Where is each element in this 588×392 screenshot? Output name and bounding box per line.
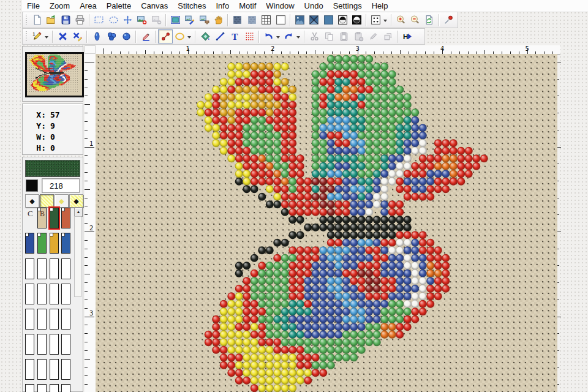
mode-symbol-dither-button[interactable]: ◆ — [69, 194, 83, 208]
draw-underline-button[interactable] — [138, 29, 153, 43]
select-lasso-button[interactable] — [107, 13, 121, 27]
save-pattern-button[interactable] — [59, 13, 73, 27]
palette-scrollbar-track[interactable] — [74, 216, 81, 297]
text-tool-button[interactable]: T — [227, 29, 242, 43]
pattern-canvas[interactable] — [96, 54, 557, 392]
menu-item-file[interactable]: File — [22, 1, 45, 11]
grid-view-button[interactable] — [259, 13, 273, 27]
palette-swatch-empty[interactable] — [61, 334, 70, 355]
refresh-view-button[interactable] — [422, 13, 436, 27]
palette-swatch-empty[interactable] — [37, 334, 47, 355]
full-stitch-tool-button[interactable] — [104, 29, 119, 43]
palette-swatch-empty[interactable] — [37, 309, 47, 330]
move-selection-button[interactable] — [121, 13, 135, 27]
palette-swatch-empty[interactable] — [25, 258, 34, 279]
palette-swatch-empty[interactable] — [50, 334, 59, 355]
palette-swatch-empty[interactable] — [25, 334, 34, 355]
delete-stitch-button[interactable] — [55, 29, 70, 43]
bead-tool-button[interactable] — [119, 29, 134, 43]
palette-swatch-empty[interactable] — [50, 384, 59, 392]
menu-item-area[interactable]: Area — [75, 1, 101, 11]
palette-swatch-empty[interactable] — [50, 258, 59, 279]
pin-needle-button[interactable] — [442, 13, 456, 27]
stitch-display-mode-button[interactable] — [369, 13, 388, 27]
menu-item-settings[interactable]: Settings — [328, 1, 367, 11]
new-pattern-button[interactable] — [30, 13, 44, 27]
palette-swatch-blue2[interactable] — [61, 233, 70, 254]
fabric-texture-light-button[interactable] — [245, 13, 259, 27]
palette-swatch-empty[interactable] — [37, 384, 47, 392]
mode-solid-symbol-button[interactable]: ◆ — [25, 194, 39, 208]
palette-swatch-empty[interactable] — [25, 384, 34, 392]
backstitch-tool-button[interactable] — [213, 29, 227, 43]
bead-dark-view-button[interactable] — [336, 13, 350, 27]
toolbar-grip[interactable] — [25, 15, 28, 26]
menu-item-undo[interactable]: Undo — [300, 1, 328, 11]
image-adjust-button[interactable] — [183, 13, 197, 27]
help-jump-button[interactable]: H — [400, 29, 415, 43]
delete-draw-button[interactable] — [70, 29, 85, 43]
palette-swatch-empty[interactable] — [61, 309, 70, 330]
current-symbol-button[interactable] — [26, 179, 38, 192]
toolbar-grip[interactable] — [25, 31, 28, 42]
grid-dots-button[interactable] — [242, 29, 257, 43]
line-tool-button[interactable] — [158, 29, 173, 43]
zoom-in-button[interactable] — [394, 13, 408, 27]
menu-item-canvas[interactable]: Canvas — [136, 1, 173, 11]
image-stamp-button[interactable] — [197, 13, 211, 27]
palette-swatch-empty[interactable] — [37, 359, 47, 380]
pencil-size-button[interactable]: 1 — [30, 29, 50, 43]
photo-view-button[interactable] — [293, 13, 307, 27]
palette-swatch-empty[interactable] — [25, 359, 34, 380]
bead-light-view-button[interactable] — [350, 13, 364, 27]
palette-swatch-green[interactable] — [37, 233, 47, 254]
menu-item-motif[interactable]: Motif — [234, 1, 261, 11]
dropdown-arrow-icon[interactable] — [276, 36, 280, 39]
add-image-button[interactable] — [135, 13, 149, 27]
dropdown-arrow-icon[interactable] — [187, 36, 191, 39]
dropdown-arrow-icon[interactable] — [45, 36, 48, 39]
solid-view-button[interactable] — [321, 13, 335, 27]
menu-item-stitches[interactable]: Stitches — [173, 1, 211, 11]
menu-item-palette[interactable]: Palette — [102, 1, 136, 11]
half-bead-tool-button[interactable] — [89, 29, 104, 43]
undo-button[interactable] — [262, 29, 282, 43]
cloth-swatch[interactable]: C — [28, 209, 33, 219]
palette-swatch-darkgreen[interactable] — [50, 208, 59, 228]
menu-item-info[interactable]: Info — [211, 1, 234, 11]
palette-scroll-up-button[interactable]: ▲ — [74, 208, 83, 217]
palette-swatch-empty[interactable] — [37, 284, 47, 304]
blank-view-button[interactable] — [273, 13, 287, 27]
palette-swatch-empty[interactable] — [37, 258, 47, 279]
palette-swatch-beige[interactable]: B — [37, 208, 47, 228]
select-rectangle-button[interactable] — [92, 13, 106, 27]
pattern-preview-panel[interactable] — [22, 46, 83, 102]
palette-swatch-blue[interactable] — [25, 233, 34, 254]
fabric-texture-dark-button[interactable] — [230, 13, 244, 27]
menu-item-help[interactable]: Help — [367, 1, 393, 11]
palette-swatch-empty[interactable] — [61, 258, 70, 279]
palette-swatch-empty[interactable] — [61, 284, 70, 304]
palette-swatch-orange[interactable] — [61, 208, 70, 228]
dropdown-arrow-icon[interactable] — [296, 36, 300, 39]
palette-swatch-empty[interactable] — [61, 384, 70, 392]
dropdown-arrow-icon[interactable] — [383, 20, 387, 22]
palette-swatch-gold[interactable] — [50, 233, 59, 254]
palette-swatch-empty[interactable] — [61, 359, 70, 380]
palette-swatch-empty[interactable] — [25, 309, 34, 330]
mode-dither-button[interactable] — [40, 194, 54, 208]
palette-swatch-empty[interactable] — [50, 359, 59, 380]
palette-swatch-empty[interactable] — [50, 309, 59, 330]
open-pattern-button[interactable] — [44, 13, 58, 27]
palette-swatch-empty[interactable] — [25, 284, 34, 304]
fill-tool-button[interactable] — [198, 29, 213, 43]
ellipse-tool-button[interactable] — [173, 29, 193, 43]
photo-off-view-button[interactable] — [307, 13, 321, 27]
menu-item-zoom[interactable]: Zoom — [45, 1, 75, 11]
zoom-out-button[interactable] — [408, 13, 422, 27]
palette-swatch-empty[interactable] — [50, 284, 59, 304]
print-button[interactable] — [73, 13, 87, 27]
pan-hand-button[interactable] — [211, 13, 225, 27]
frame-tool-button[interactable] — [168, 13, 183, 27]
menu-item-window[interactable]: Window — [261, 1, 299, 11]
